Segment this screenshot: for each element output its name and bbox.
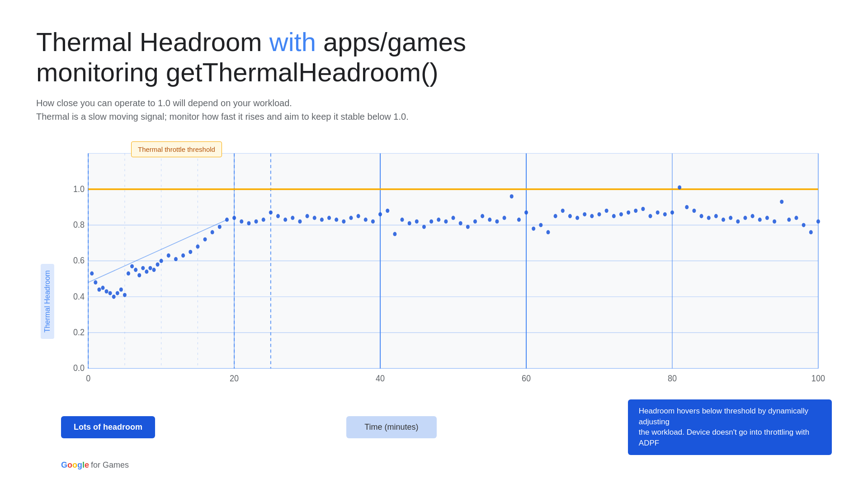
title-block: Thermal Headroom with apps/games monitor… [36, 27, 832, 87]
svg-text:80: 80 [668, 373, 677, 384]
time-minutes-label: Time (minutes) [346, 416, 436, 438]
svg-point-112 [583, 212, 586, 216]
svg-point-141 [794, 216, 798, 220]
svg-point-106 [539, 223, 542, 227]
svg-text:0: 0 [86, 373, 90, 384]
svg-point-135 [751, 214, 755, 218]
svg-text:40: 40 [376, 373, 385, 384]
svg-point-78 [335, 218, 338, 222]
svg-point-44 [123, 293, 127, 297]
svg-point-96 [466, 225, 470, 229]
svg-point-80 [349, 216, 353, 220]
svg-point-110 [568, 214, 572, 218]
svg-point-43 [119, 288, 123, 292]
svg-point-69 [269, 211, 273, 215]
title-line2: monitoring getThermalHeadroom() [36, 57, 832, 88]
svg-point-62 [218, 225, 222, 229]
svg-point-111 [576, 216, 579, 220]
svg-point-61 [211, 230, 214, 235]
svg-point-58 [189, 250, 192, 254]
svg-point-100 [495, 220, 499, 224]
svg-point-87 [401, 218, 404, 222]
title-part2: apps/games [316, 27, 466, 56]
svg-point-56 [174, 257, 178, 261]
svg-point-121 [649, 214, 652, 218]
svg-point-137 [765, 216, 769, 220]
svg-point-73 [298, 220, 302, 224]
svg-point-63 [225, 218, 229, 222]
svg-point-88 [408, 221, 411, 225]
svg-text:1.0: 1.0 [73, 183, 85, 194]
svg-point-107 [546, 230, 550, 235]
svg-point-116 [612, 214, 616, 218]
google-e: e [85, 460, 89, 470]
lots-headroom-button[interactable]: Lots of headroom [61, 416, 155, 438]
svg-point-93 [444, 220, 448, 224]
headroom-desc-text: Headroom hovers below threshold by dynam… [639, 407, 809, 447]
svg-point-101 [503, 216, 506, 220]
svg-point-67 [255, 220, 258, 224]
subtitle-block: How close you can operate to 1.0 will de… [36, 96, 832, 123]
y-axis-label-container: Thermal Headroom [36, 132, 59, 470]
svg-point-104 [524, 211, 528, 215]
svg-point-143 [809, 230, 813, 235]
subtitle-line2: Thermal is a slow moving signal; monitor… [36, 110, 832, 123]
svg-point-94 [452, 216, 455, 220]
svg-point-130 [714, 214, 718, 218]
svg-text:0.0: 0.0 [73, 362, 85, 373]
svg-point-103 [517, 218, 521, 222]
svg-point-140 [787, 218, 791, 222]
svg-point-136 [758, 218, 762, 222]
svg-point-125 [678, 186, 681, 190]
svg-point-35 [90, 272, 94, 276]
title-part1: Thermal Headroom [36, 27, 269, 56]
svg-point-55 [167, 253, 170, 258]
svg-text:0.4: 0.4 [73, 291, 85, 302]
google-g2: g [77, 460, 82, 470]
svg-point-99 [488, 218, 491, 222]
svg-point-71 [283, 218, 287, 222]
svg-point-40 [108, 291, 112, 296]
svg-point-68 [262, 218, 265, 222]
svg-point-83 [371, 220, 375, 224]
svg-point-124 [670, 211, 674, 215]
svg-text:100: 100 [811, 373, 825, 384]
svg-point-84 [378, 212, 382, 216]
svg-point-89 [415, 220, 419, 224]
svg-point-123 [663, 212, 667, 216]
y-axis-label: Thermal Headroom [41, 264, 54, 339]
chart-inner: 0.00.20.40.60.81.0020406080100 Thermal t… [61, 132, 832, 470]
svg-point-91 [429, 220, 433, 224]
svg-point-126 [685, 205, 689, 209]
svg-point-117 [619, 212, 623, 216]
svg-point-133 [736, 220, 740, 224]
svg-point-57 [181, 253, 185, 258]
svg-point-39 [105, 290, 108, 294]
svg-point-82 [364, 218, 368, 222]
svg-point-109 [561, 209, 565, 213]
svg-point-79 [342, 220, 345, 224]
google-for-games: for Games [91, 460, 129, 470]
svg-point-77 [327, 216, 331, 220]
svg-point-132 [729, 216, 732, 220]
chart-svg-container: 0.00.20.40.60.81.0020406080100 Thermal t… [61, 132, 832, 394]
svg-point-138 [773, 220, 776, 224]
svg-point-36 [94, 281, 97, 285]
svg-point-95 [459, 221, 462, 225]
svg-point-65 [240, 220, 243, 224]
svg-point-102 [510, 194, 514, 198]
svg-point-139 [780, 200, 783, 204]
svg-point-118 [627, 211, 630, 215]
svg-text:20: 20 [230, 373, 239, 384]
google-logo-row: Google for Games [61, 460, 832, 470]
svg-point-81 [357, 214, 360, 218]
svg-point-119 [634, 209, 637, 213]
svg-point-48 [137, 273, 141, 277]
svg-point-134 [743, 216, 747, 220]
svg-point-85 [386, 209, 389, 213]
svg-point-105 [532, 227, 535, 231]
svg-point-51 [148, 266, 152, 270]
svg-point-66 [247, 221, 250, 225]
svg-point-72 [291, 216, 294, 220]
svg-point-59 [196, 244, 199, 249]
